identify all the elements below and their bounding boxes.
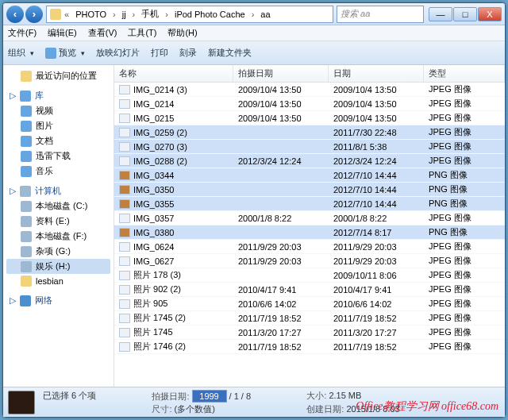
file-row[interactable]: IMG_0270 (3)2011/8/1 5:38JPEG 图像 — [114, 140, 505, 154]
file-row[interactable]: IMG_03552012/7/10 14:44PNG 图像 — [114, 197, 505, 211]
lib-icon — [21, 166, 32, 177]
organize-button[interactable]: 组织 — [8, 47, 34, 59]
sidebar-drive-item[interactable]: 本地磁盘 (C:) — [6, 198, 110, 214]
file-row[interactable]: 照片 1745 (2)2011/7/19 18:522011/7/19 18:5… — [114, 311, 505, 326]
file-shot-date: 2009/10/4 13:50 — [233, 114, 329, 123]
sidebar-drive-item[interactable]: 资料 (E:) — [6, 214, 110, 229]
file-thumb-icon — [119, 242, 130, 252]
file-row[interactable]: IMG_02152009/10/4 13:502009/10/4 13:50JP… — [114, 111, 505, 125]
file-name: 照片 178 (3) — [133, 269, 181, 281]
close-button[interactable]: X — [478, 7, 502, 21]
sidebar-drive-item[interactable]: 杂项 (G:) — [6, 244, 110, 259]
lib-icon — [21, 151, 32, 162]
sidebar-lib-item[interactable]: 迅雷下载 — [6, 148, 110, 164]
drive-icon — [21, 231, 32, 242]
file-row[interactable]: IMG_06242011/9/29 20:032011/9/29 20:03JP… — [114, 240, 505, 254]
forward-button[interactable]: › — [25, 6, 43, 23]
sidebar-lib-item[interactable]: 音乐 — [6, 164, 110, 179]
sidebar-recent[interactable]: 最近访问的位置 — [6, 68, 110, 83]
file-name: IMG_0355 — [133, 199, 174, 209]
file-type: JPEG 图像 — [424, 269, 505, 281]
file-type: JPEG 图像 — [424, 112, 505, 124]
breadcrumb-item[interactable]: jj — [119, 10, 129, 19]
menu-help[interactable]: 帮助(H) — [166, 25, 198, 40]
file-row[interactable]: IMG_03802012/7/14 8:17PNG 图像 — [114, 225, 505, 240]
file-row[interactable]: 照片 178 (3)2009/10/11 8:06JPEG 图像 — [114, 268, 505, 283]
file-type: JPEG 图像 — [424, 241, 505, 252]
sidebar-libraries-header[interactable]: ▷ 库 — [6, 88, 110, 103]
folder-icon — [50, 9, 61, 20]
library-icon — [20, 91, 31, 102]
sidebar-lib-item[interactable]: 文档 — [6, 133, 110, 148]
file-row[interactable]: IMG_0259 (2)2011/7/30 22:48JPEG 图像 — [114, 125, 505, 140]
file-row[interactable]: IMG_03442012/7/10 14:44PNG 图像 — [114, 168, 505, 183]
file-date: 2011/7/30 22:48 — [329, 128, 424, 137]
breadcrumb-item[interactable]: PHOTO — [72, 10, 110, 19]
maximize-button[interactable]: □ — [453, 7, 477, 21]
menu-tools[interactable]: 工具(T) — [126, 25, 158, 40]
file-row[interactable]: IMG_03572000/1/8 8:222000/1/8 8:22JPEG 图… — [114, 211, 505, 225]
toolbar: 组织 预览 放映幻灯片 打印 刻录 新建文件夹 — [3, 41, 505, 65]
file-row[interactable]: IMG_0214 (3)2009/10/4 13:502009/10/4 13:… — [114, 83, 505, 97]
menu-view[interactable]: 查看(V) — [87, 25, 119, 40]
burn-button[interactable]: 刻录 — [179, 47, 197, 59]
file-shot-date: 2011/3/20 17:27 — [233, 328, 329, 337]
file-thumb-icon — [119, 114, 130, 123]
file-type: JPEG 图像 — [424, 212, 505, 224]
file-thumb-icon — [119, 342, 130, 352]
sidebar-drive-item[interactable]: 本地磁盘 (F:) — [6, 229, 110, 244]
file-name: IMG_0344 — [133, 171, 174, 180]
file-thumb-icon — [119, 285, 130, 295]
sidebar-lib-item[interactable]: 视频 — [6, 103, 110, 118]
file-shot-date: 2010/6/6 14:02 — [233, 299, 329, 309]
preview-button[interactable]: 预览 — [45, 47, 85, 59]
file-type: JPEG 图像 — [424, 98, 505, 110]
col-shot[interactable]: 拍摄日期 — [233, 65, 329, 82]
file-thumb-icon — [119, 228, 130, 237]
back-button[interactable]: ‹ — [6, 6, 24, 23]
file-row[interactable]: 照片 902 (2)2010/4/17 9:412010/4/17 9:41JP… — [114, 283, 505, 297]
breadcrumb-item[interactable]: 手机 — [138, 8, 162, 20]
column-headers: 名称 拍摄日期 日期 类型 — [114, 65, 505, 83]
drive-icon — [21, 246, 32, 257]
menu-edit[interactable]: 编辑(E) — [46, 25, 79, 40]
titlebar: ‹ › « PHOTO› jj› 手机› iPod Photo Cache› a… — [3, 3, 505, 25]
sidebar-computer-header[interactable]: ▷ 计算机 — [6, 183, 110, 198]
print-button[interactable]: 打印 — [151, 47, 168, 59]
search-input[interactable]: 搜索 aa — [337, 6, 424, 23]
file-rows[interactable]: IMG_0214 (3)2009/10/4 13:502009/10/4 13:… — [114, 83, 505, 387]
file-thumb-icon — [119, 185, 130, 195]
file-row[interactable]: 照片 17452011/3/20 17:272011/3/20 17:27JPE… — [114, 326, 505, 340]
dimensions-value: (多个数值) — [175, 404, 215, 414]
file-shot-date: 2009/10/4 13:50 — [233, 99, 329, 109]
sidebar-drive-item[interactable]: 娱乐 (H:) — [6, 259, 110, 274]
sidebar-folder-item[interactable]: lesbian — [6, 274, 110, 288]
col-date[interactable]: 日期 — [329, 65, 424, 82]
sidebar-network[interactable]: ▷ 网络 — [6, 293, 110, 308]
breadcrumb-item[interactable]: iPod Photo Cache — [171, 10, 248, 19]
file-row[interactable]: 照片 9052010/6/6 14:022010/6/6 14:02JPEG 图… — [114, 297, 505, 311]
shot-date-year-input[interactable] — [192, 390, 227, 403]
breadcrumb-item[interactable]: aa — [257, 10, 273, 19]
file-row[interactable]: IMG_03502012/7/10 14:44PNG 图像 — [114, 183, 505, 197]
file-type: PNG 图像 — [424, 226, 505, 238]
slideshow-button[interactable]: 放映幻灯片 — [96, 47, 140, 59]
preview-thumbnail — [8, 391, 35, 414]
file-name: 照片 1746 (2) — [133, 341, 186, 353]
file-row[interactable]: IMG_02142009/10/4 13:502009/10/4 13:50JP… — [114, 97, 505, 111]
explorer-window: ‹ › « PHOTO› jj› 手机› iPod Photo Cache› a… — [2, 2, 506, 418]
newfolder-button[interactable]: 新建文件夹 — [208, 47, 252, 59]
menu-file[interactable]: 文件(F) — [6, 25, 38, 40]
sidebar-lib-item[interactable]: 图片 — [6, 118, 110, 133]
file-row[interactable]: 照片 1746 (2)2011/7/19 18:522011/7/19 18:5… — [114, 340, 505, 354]
col-name[interactable]: 名称 — [114, 65, 233, 82]
minimize-button[interactable]: — — [429, 7, 452, 21]
lib-icon — [21, 121, 32, 132]
file-row[interactable]: IMG_0288 (2)2012/3/24 12:242012/3/24 12:… — [114, 154, 505, 168]
file-shot-date: 2011/7/19 18:52 — [233, 314, 329, 323]
file-name: IMG_0380 — [133, 228, 174, 237]
breadcrumb[interactable]: « PHOTO› jj› 手机› iPod Photo Cache› aa — [46, 6, 333, 23]
file-type: PNG 图像 — [424, 198, 505, 210]
col-type[interactable]: 类型 — [424, 65, 505, 82]
file-row[interactable]: IMG_06272011/9/29 20:032011/9/29 20:03JP… — [114, 254, 505, 268]
